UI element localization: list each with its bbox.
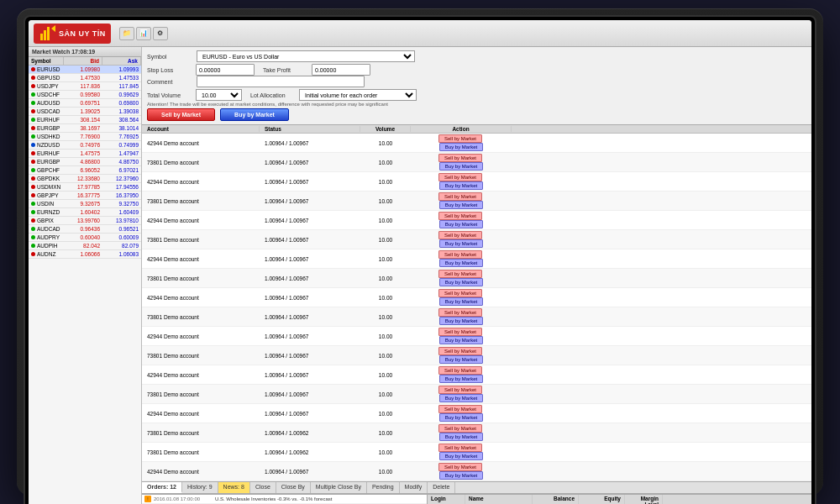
market-row[interactable]: AUDPRY 0.60040 0.60009 — [29, 234, 141, 242]
status-dot — [31, 67, 35, 71]
order-sell-button[interactable]: Sell by Market — [438, 347, 482, 355]
market-row[interactable]: USDCAD 1.39025 1.39038 — [29, 108, 141, 116]
market-row[interactable]: USDIN 9.32675 9.32750 — [29, 200, 141, 208]
market-row[interactable]: AUDUSD 0.69751 0.69800 — [29, 99, 141, 108]
order-tab-1[interactable]: History: 9 — [182, 482, 218, 493]
status-dot — [31, 101, 35, 105]
order-sell-button[interactable]: Sell by Market — [438, 231, 482, 239]
comment-input[interactable] — [197, 76, 365, 87]
order-buy-button[interactable]: Buy by Market — [439, 433, 483, 441]
market-row[interactable]: AUDNZ 1.06066 1.06083 — [29, 250, 141, 259]
toolbar-folder-icon[interactable]: 📁 — [119, 27, 134, 40]
order-tab-8[interactable]: Delete — [428, 482, 455, 493]
symbol-select[interactable]: EURUSD - Euro vs US Dollar — [197, 50, 415, 62]
market-row[interactable]: EURHUF 1.47575 1.47947 — [29, 150, 141, 158]
order-tab-4[interactable]: Close By — [276, 482, 311, 493]
order-sell-button[interactable]: Sell by Market — [438, 386, 482, 394]
order-buy-button[interactable]: Buy by Market — [439, 201, 483, 209]
order-sell-button[interactable]: Sell by Market — [438, 173, 482, 181]
order-sell-button[interactable]: Sell by Market — [438, 154, 482, 162]
market-row[interactable]: GBPUSD 1.47530 1.47533 — [29, 74, 141, 82]
order-sell-button[interactable]: Sell by Market — [438, 328, 482, 336]
market-row[interactable]: EURNZD 1.60402 1.60409 — [29, 208, 141, 217]
accounts-header: Login Name Balance Equity Margin Level — [428, 495, 811, 504]
order-buy-button[interactable]: Buy by Market — [439, 278, 483, 286]
order-sell-button[interactable]: Sell by Market — [438, 250, 482, 259]
market-row[interactable]: USDJPY 117.836 117.845 — [29, 82, 141, 91]
market-bid: 308.154 — [64, 116, 102, 123]
order-status: 1.00964 / 1.00962 — [260, 429, 360, 437]
order-buy-button[interactable]: Buy by Market — [439, 220, 483, 228]
market-row[interactable]: USDCHF 0.99580 0.99629 — [29, 91, 141, 99]
order-sell-button[interactable]: Sell by Market — [438, 444, 482, 452]
market-row[interactable]: EURUSD 1.09980 1.09993 — [29, 66, 141, 74]
market-row[interactable]: EURHUF 308.154 308.564 — [29, 116, 141, 124]
order-sell-button[interactable]: Sell by Market — [438, 134, 482, 143]
order-actions: Sell by Market Buy by Market — [411, 134, 512, 152]
totalvolume-label: Total Volume — [147, 92, 193, 98]
order-buy-button[interactable]: Buy by Market — [439, 297, 483, 306]
order-sell-button[interactable]: Sell by Market — [438, 366, 482, 375]
order-account: 73801 Demo account — [142, 449, 260, 456]
sell-button[interactable]: Sell by Market — [147, 108, 215, 121]
order-tab-6[interactable]: Pending — [367, 482, 400, 493]
status-header: Status — [260, 126, 360, 132]
market-row[interactable]: EURGBP 4.86800 4.86750 — [29, 158, 141, 166]
toolbar-chart-icon[interactable]: 📊 — [136, 27, 151, 40]
market-row[interactable]: AUDPIH 82.042 82.079 — [29, 242, 141, 250]
svg-rect-1 — [40, 34, 43, 40]
volume-group: Total Volume 10.00 — [147, 89, 242, 101]
lotalloc-select[interactable]: Initial volume for each order — [299, 89, 417, 101]
order-tab-3[interactable]: Close — [250, 482, 276, 493]
order-sell-button[interactable]: Sell by Market — [438, 289, 482, 297]
order-sell-button[interactable]: Sell by Market — [438, 270, 482, 278]
market-row[interactable]: USDMXN 17.97785 17.94556 — [29, 183, 141, 192]
market-symbol: EURNZD — [29, 208, 64, 216]
toolbar-icons: 📁 📊 ⚙ — [119, 27, 168, 40]
order-tab-7[interactable]: Modify — [400, 482, 428, 493]
order-sell-button[interactable]: Sell by Market — [438, 192, 482, 201]
order-buy-button[interactable]: Buy by Market — [439, 317, 483, 325]
takeprofit-input[interactable] — [312, 64, 370, 76]
order-buy-button[interactable]: Buy by Market — [439, 143, 483, 151]
market-row[interactable]: GBPCHF 6.96052 6.97021 — [29, 166, 141, 175]
market-row[interactable]: GBPJPY 16.37775 16.37950 — [29, 192, 141, 200]
order-buy-button[interactable]: Buy by Market — [439, 336, 483, 344]
market-bid: 4.86800 — [64, 158, 102, 165]
stoploss-input[interactable] — [196, 64, 255, 76]
buy-button[interactable]: Buy by Market — [220, 108, 289, 121]
order-sell-button[interactable]: Sell by Market — [438, 308, 482, 317]
market-row[interactable]: EURGBP 38.1697 38.1014 — [29, 124, 141, 133]
market-bid: 38.1697 — [64, 124, 102, 132]
tp-group: Take Profit — [263, 64, 370, 76]
market-row[interactable]: GBPDKK 12.33680 12.37960 — [29, 175, 141, 183]
order-buy-button[interactable]: Buy by Market — [439, 162, 483, 171]
order-sell-button[interactable]: Sell by Market — [438, 424, 482, 433]
order-tab-2[interactable]: News: 8 — [218, 482, 250, 493]
market-row[interactable]: AUDCAD 0.96436 0.96521 — [29, 225, 141, 234]
order-buy-button[interactable]: Buy by Market — [439, 394, 483, 402]
order-sell-button[interactable]: Sell by Market — [438, 212, 482, 220]
market-row[interactable]: USDHKD 7.76900 7.76925 — [29, 133, 141, 141]
order-buy-button[interactable]: Buy by Market — [439, 375, 483, 383]
order-sell-button[interactable]: Sell by Market — [438, 405, 482, 413]
toolbar-settings-icon[interactable]: ⚙ — [153, 27, 168, 40]
order-buy-button[interactable]: Buy by Market — [439, 452, 483, 460]
order-tab-5[interactable]: Multiple Close By — [311, 482, 367, 493]
order-sell-button[interactable]: Sell by Market — [438, 463, 482, 471]
order-account: 42944 Demo account — [142, 139, 260, 147]
order-account: 42944 Demo account — [142, 294, 260, 302]
order-buy-button[interactable]: Buy by Market — [439, 355, 483, 364]
order-buy-button[interactable]: Buy by Market — [439, 239, 483, 248]
volume-select[interactable]: 10.00 — [196, 89, 242, 101]
market-row[interactable]: GBPIX 13.99760 13.97810 — [29, 217, 141, 225]
market-ask: 7.76925 — [102, 133, 141, 140]
order-buy-button[interactable]: Buy by Market — [439, 181, 483, 190]
order-buy-button[interactable]: Buy by Market — [439, 471, 483, 480]
market-row[interactable]: NZDUSD 0.74976 0.74999 — [29, 141, 141, 150]
order-buy-button[interactable]: Buy by Market — [439, 413, 483, 422]
order-volume: 10.00 — [360, 429, 411, 437]
order-tab-0[interactable]: Orders: 12 — [142, 482, 182, 493]
news-row[interactable]: ! 2016.01.08 17:00:00 U.S. Wholesale Inv… — [142, 495, 427, 504]
order-buy-button[interactable]: Buy by Market — [439, 259, 483, 267]
